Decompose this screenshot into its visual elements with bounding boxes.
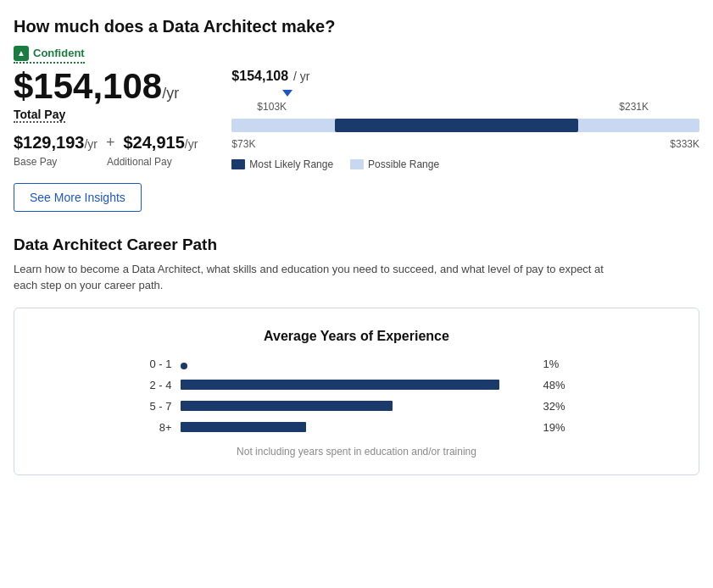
legend-dark-box [231, 159, 245, 169]
bar-label: 2 - 4 [145, 379, 172, 391]
range-bar-container [231, 116, 699, 135]
confident-label: Confident [33, 47, 85, 59]
bar-pct: 19% [543, 421, 569, 434]
bar-row: 8+19% [145, 421, 569, 434]
additional-pay-value: $24,915 [124, 133, 185, 152]
page-title: How much does a Data Architect make? [14, 17, 699, 36]
bar-dot [181, 363, 187, 369]
bar-row: 0 - 11% [145, 358, 569, 370]
left-salary-panel: $154,108/yr Total Pay $129,193/yr + $24,… [14, 69, 198, 212]
range-mid-high: $231K [619, 101, 649, 113]
range-outer-low: $73K [231, 138, 255, 150]
range-top-value: $154,108 [231, 69, 288, 84]
base-pay-value: $129,193 [14, 133, 84, 152]
bar-label: 5 - 7 [145, 400, 172, 413]
bar-chart: 0 - 11%2 - 448%5 - 732%8+19% [145, 358, 569, 434]
arrow-down-icon [282, 90, 292, 97]
bar-pct: 48% [543, 379, 569, 391]
chart-note: Not including years spent in education a… [42, 446, 671, 458]
salary-value: $154,108 [14, 66, 162, 106]
range-mid-labels: $103K $231K [231, 101, 699, 113]
bar-row: 5 - 732% [145, 400, 569, 413]
base-pay-unit: /yr [84, 137, 97, 151]
range-top-unit: / yr [293, 69, 309, 83]
confident-icon: ▲ [14, 46, 29, 61]
bar-fill [181, 401, 393, 411]
bar-track [181, 422, 535, 432]
additional-pay-label: Additional Pay [107, 156, 192, 168]
career-section-title: Data Architect Career Path [14, 236, 699, 254]
bar-row: 2 - 448% [145, 379, 569, 391]
additional-pay-unit: /yr [185, 137, 198, 151]
bar-fill [181, 422, 307, 432]
additional-pay-amount: $24,915/yr [124, 133, 198, 153]
legend-possible-label: Possible Range [368, 158, 439, 170]
career-section-description: Learn how to become a Data Architect, wh… [14, 261, 624, 294]
bar-track [181, 401, 535, 411]
legend-most-likely-label: Most Likely Range [249, 158, 333, 170]
range-chart-panel: $154,108 / yr $103K $231K $73K $333K Mos… [231, 69, 699, 170]
chart-title: Average Years of Experience [42, 329, 671, 344]
bar-track [181, 358, 535, 369]
confident-badge: ▲ Confident [14, 46, 85, 64]
bar-pct: 1% [543, 358, 569, 370]
total-pay-label: Total Pay [14, 108, 65, 123]
career-path-section: Data Architect Career Path Learn how to … [14, 236, 699, 475]
salary-unit: /yr [162, 85, 179, 102]
bar-pct: 32% [543, 400, 569, 413]
range-outer-high: $333K [670, 138, 699, 150]
base-pay-label: Base Pay [14, 156, 81, 168]
base-pay-amount: $129,193/yr [14, 133, 97, 153]
bar-label: 0 - 1 [145, 358, 172, 370]
range-top-label: $154,108 / yr [231, 69, 699, 84]
pay-sub-labels: Base Pay Additional Pay [14, 156, 198, 168]
salary-amount: $154,108/yr [14, 69, 198, 104]
range-mid-low: $103K [257, 101, 287, 113]
range-bar-likely [335, 119, 578, 132]
bar-fill [181, 380, 499, 390]
bar-label: 8+ [145, 421, 172, 434]
plus-sign: + [106, 134, 115, 152]
bar-track [181, 380, 535, 390]
pay-breakdown: $129,193/yr + $24,915/yr [14, 133, 198, 153]
range-legend: Most Likely Range Possible Range [231, 158, 699, 170]
legend-light-box [350, 159, 364, 169]
career-card: Average Years of Experience 0 - 11%2 - 4… [14, 308, 699, 475]
see-more-insights-button[interactable]: See More Insights [14, 183, 142, 212]
legend-most-likely: Most Likely Range [231, 158, 333, 170]
legend-possible: Possible Range [350, 158, 439, 170]
range-outer-labels: $73K $333K [231, 138, 699, 150]
